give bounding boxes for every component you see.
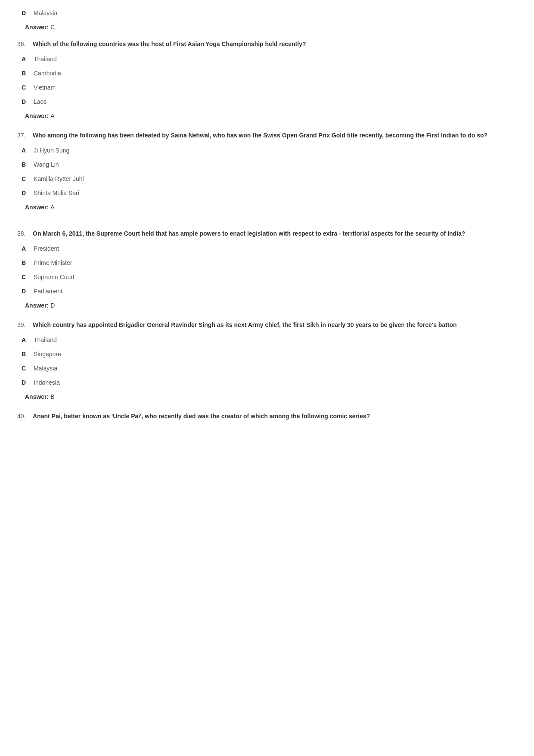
option-row-q36-a: AThailand [17, 55, 517, 64]
question-block-q39: 39.Which country has appointed Brigadier… [17, 320, 517, 401]
answer-row-q39: Answer: B [17, 392, 517, 401]
answer-value-q36: A [50, 112, 54, 119]
question-number-q38: 38. [17, 229, 33, 238]
option-row-q37-b: BWang Lin [17, 160, 517, 169]
option-row-q39-d: DIndonesia [17, 378, 517, 387]
question-row-q37: 37.Who among the following has been defe… [17, 131, 517, 140]
option-row-q38-c: CSupreme Court [17, 273, 517, 282]
option-row-q37-a: AJi Hyun Sung [17, 146, 517, 155]
question-number-q39: 39. [17, 320, 33, 330]
option-letter-q38-b: B [22, 258, 34, 268]
question-text-q38: On March 6, 2011, the Supreme Court held… [33, 229, 517, 238]
option-row-q36-d: DLaos [17, 97, 517, 106]
option-text-q36-d: Laos [34, 97, 47, 106]
option-letter-prev-d: D [22, 9, 34, 18]
option-row-q37-c: CKamilla Rytter Juhl [17, 174, 517, 184]
answer-label-q36: Answer: [25, 112, 50, 119]
answer-label-35: Answer: [25, 24, 49, 31]
option-text-prev-d: Malaysia [34, 9, 57, 18]
option-text-q39-b: Singapore [34, 350, 61, 359]
answer-row-q36: Answer: A [17, 112, 517, 121]
answer-value-35-val: C [50, 24, 55, 31]
question-number-q37: 37. [17, 131, 33, 140]
option-row-prev-d: D Malaysia [17, 9, 517, 18]
question-text-q36: Which of the following countries was the… [33, 40, 517, 49]
option-letter-q39-c: C [22, 364, 34, 373]
question-row-q38: 38.On March 6, 2011, the Supreme Court h… [17, 229, 517, 238]
question-block-q38: 38.On March 6, 2011, the Supreme Court h… [17, 229, 517, 310]
option-text-q37-b: Wang Lin [34, 160, 59, 169]
answer-value-q39: B [50, 393, 54, 400]
option-row-q38-d: DParliament [17, 287, 517, 296]
option-letter-q36-d: D [22, 97, 34, 106]
option-text-q36-c: Vietnam [34, 83, 56, 92]
option-text-q37-d: Shinta Mulia Sari [34, 189, 79, 198]
question-number-q40: 40. [17, 412, 33, 421]
question-row-q40: 40.Anant Pai, better known as 'Uncle Pai… [17, 412, 517, 421]
question-block-q36: 36.Which of the following countries was … [17, 40, 517, 121]
question-text-q37: Who among the following has been defeate… [33, 131, 517, 140]
option-text-q36-b: Cambodia [34, 69, 61, 78]
option-row-q38-a: APresident [17, 244, 517, 253]
option-row-q39-a: AThailand [17, 336, 517, 345]
answer-row-q37: Answer: A [17, 203, 517, 212]
question-text-q39: Which country has appointed Brigadier Ge… [33, 320, 517, 330]
option-text-q38-a: President [34, 244, 59, 253]
option-text-q39-c: Malaysia [34, 364, 57, 373]
option-text-q37-c: Kamilla Rytter Juhl [34, 174, 84, 184]
question-text-q40: Anant Pai, better known as 'Uncle Pai', … [33, 412, 517, 421]
answer-label-q37: Answer: [25, 204, 50, 211]
answer-row-35: Answer: C [17, 23, 517, 32]
option-letter-q38-c: C [22, 273, 34, 282]
option-letter-q36-b: B [22, 69, 34, 78]
question-number-q36: 36. [17, 40, 33, 49]
option-letter-q37-c: C [22, 174, 34, 184]
question-block-q40: 40.Anant Pai, better known as 'Uncle Pai… [17, 412, 517, 421]
option-letter-q39-d: D [22, 378, 34, 387]
option-row-q36-b: BCambodia [17, 69, 517, 78]
option-letter-q36-c: C [22, 83, 34, 92]
option-letter-q36-a: A [22, 55, 34, 64]
answer-row-q38: Answer: D [17, 301, 517, 310]
option-row-q36-c: CVietnam [17, 83, 517, 92]
option-letter-q37-a: A [22, 146, 34, 155]
option-letter-q39-b: B [22, 350, 34, 359]
question-row-q36: 36.Which of the following countries was … [17, 40, 517, 49]
option-row-q39-c: CMalaysia [17, 364, 517, 373]
question-row-q39: 39.Which country has appointed Brigadier… [17, 320, 517, 330]
prev-d-block: D Malaysia Answer: C [17, 9, 517, 32]
option-letter-q39-a: A [22, 336, 34, 345]
option-row-q39-b: BSingapore [17, 350, 517, 359]
option-text-q38-b: Prime Minister [34, 258, 72, 268]
answer-value-q38: D [50, 302, 55, 309]
option-letter-q38-a: A [22, 244, 34, 253]
answer-label-q39: Answer: [25, 393, 50, 400]
option-row-q37-d: DShinta Mulia Sari [17, 189, 517, 198]
option-letter-q37-b: B [22, 160, 34, 169]
option-letter-q38-d: D [22, 287, 34, 296]
option-text-q37-a: Ji Hyun Sung [34, 146, 69, 155]
option-text-q39-a: Thailand [34, 336, 57, 345]
question-block-q37: 37.Who among the following has been defe… [17, 131, 517, 212]
option-letter-q37-d: D [22, 189, 34, 198]
option-text-q38-c: Supreme Court [34, 273, 75, 282]
option-text-q38-d: Parliament [34, 287, 62, 296]
answer-label-q38: Answer: [25, 302, 50, 309]
option-row-q38-b: BPrime Minister [17, 258, 517, 268]
option-text-q39-d: Indonesia [34, 378, 60, 387]
option-text-q36-a: Thailand [34, 55, 57, 64]
answer-value-q37: A [50, 204, 54, 211]
